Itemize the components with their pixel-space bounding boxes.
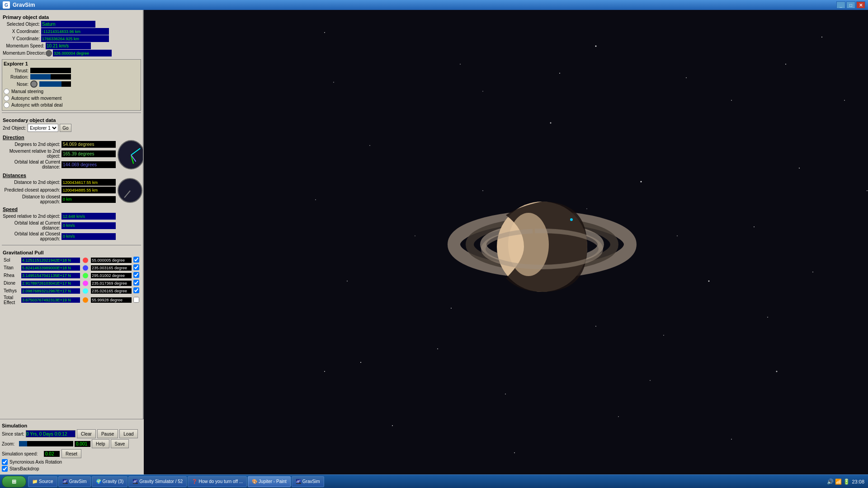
sim-speed-value: 0.02 <box>44 451 60 457</box>
grav-body-check[interactable] <box>132 264 140 272</box>
distance-closest-label: Distance to closest approach: <box>3 194 61 204</box>
tray-icons: 🔊 📶 🔋 <box>827 479 850 485</box>
grav-body-name: Rhea <box>3 272 20 279</box>
grav-body-check[interactable] <box>132 287 140 295</box>
stars-backdrop-checkbox[interactable] <box>2 466 8 472</box>
maximize-button[interactable]: □ <box>846 1 855 9</box>
jupiter-paint-label: Jupiter - Paint <box>259 479 287 484</box>
svg-point-8 <box>799 168 800 169</box>
manual-steering-radio[interactable] <box>4 89 9 94</box>
go-button[interactable]: Go <box>60 124 71 132</box>
svg-point-20 <box>776 371 778 372</box>
svg-point-15 <box>708 281 710 282</box>
direction-section: Direction Degrees to 2nd object: 54.069 … <box>3 133 140 170</box>
start-button[interactable]: ⊞ <box>2 476 26 488</box>
orbital-closest-value: 0 km/s <box>61 233 116 240</box>
gravsim1-label: GravSim <box>69 479 87 484</box>
momentum-direction-row: Momentum Direction: 326.000004 degree <box>3 50 140 56</box>
gravitational-section: Gravitational Pull Sol 4.12511512021942E… <box>2 247 141 306</box>
reset-button[interactable]: Reset <box>61 449 81 458</box>
start-label: ⊞ <box>12 479 16 485</box>
sync-axis-row: Syncronious Axis Rotation <box>2 459 142 465</box>
predicted-closest-value: 1200494885.55 km <box>61 187 116 193</box>
gravity3-label: Gravity (3) <box>103 479 124 484</box>
nose-knob[interactable] <box>30 80 38 88</box>
taskbar-item-source[interactable]: 📁 Source <box>28 476 57 487</box>
clear-button[interactable]: Clear <box>77 429 96 438</box>
manual-steering-row: Manual steering <box>4 89 139 94</box>
distance-2nd-row: Distance to 2nd object: 1200434617.55 km <box>3 179 116 186</box>
svg-point-10 <box>641 181 642 183</box>
grav-table: Sol 4.12511512021942E+18 N 55.000005 deg… <box>3 256 140 305</box>
minimize-button[interactable]: _ <box>836 1 845 9</box>
rotation-label: Rotation: <box>4 75 28 80</box>
thrust-label: Thrust: <box>4 68 28 73</box>
help-button[interactable]: Help <box>92 439 109 448</box>
second-object-row: 2nd Object: Explorer 1 Go <box>3 124 140 132</box>
grav-row: Dione 2.91789726103041E+17 N 235.017369 … <box>3 279 140 287</box>
taskbar-item-how-to[interactable]: ❓ How do you turn off ... <box>188 476 247 487</box>
taskbar-item-gravsim2[interactable]: 🌌 GravSim <box>292 476 324 487</box>
grav-body-check[interactable] <box>132 279 140 287</box>
rotation-bar <box>30 74 71 80</box>
grav-body-degree: 55.000005 degree <box>90 256 132 264</box>
simulation-section: Simulation Since start: Clear Pause Load… <box>0 419 144 474</box>
orbital-ideal-row: Orbital Ideal at Current distance: 144.0… <box>3 160 116 169</box>
grav-body-check[interactable] <box>132 272 140 279</box>
grav-body-degree: 235.017369 degree <box>90 279 132 287</box>
grav-body-name: Titan <box>3 264 20 272</box>
taskbar-items: 📁 Source 🌌 GravSim 🌍 Gravity (3) 🌌 Gravi… <box>28 476 827 487</box>
autosync-orbital-radio[interactable] <box>4 102 9 108</box>
grav-body-check[interactable] <box>132 295 140 305</box>
second-object-select[interactable]: Explorer 1 <box>28 124 58 132</box>
second-object-label: 2nd Object: <box>3 126 26 131</box>
taskbar-item-gravsim1[interactable]: 🌌 GravSim <box>58 476 91 487</box>
secondary-section-title: Secondary object data <box>3 117 140 123</box>
since-start-label: Since start: <box>2 432 24 436</box>
svg-point-37 <box>333 82 334 83</box>
grav-body-dot <box>81 279 90 287</box>
save-button[interactable]: Save <box>111 439 129 448</box>
grav-body-force: 5.82414633989000E+18 N <box>20 264 81 272</box>
taskbar-item-jupiter-paint[interactable]: 🎨 Jupiter - Paint <box>248 476 291 487</box>
saturn-visual <box>447 156 637 328</box>
degrees-value: 54.069 degrees <box>61 141 116 148</box>
direction-values: Direction Degrees to 2nd object: 54.069 … <box>3 133 116 170</box>
rotation-row: Rotation: <box>4 74 139 80</box>
gravity-sim-label: Gravity Simulator / 52 <box>139 479 183 484</box>
stars-backdrop-row: StarsBackdrop <box>2 466 142 472</box>
taskbar-item-gravity-sim[interactable]: 🌌 Gravity Simulator / 52 <box>128 476 187 487</box>
autosync-movement-radio[interactable] <box>4 95 9 101</box>
sim-title: Simulation <box>2 423 142 428</box>
grav-row: Titan 5.82414633989000E+18 N 235.003165 … <box>3 264 140 272</box>
sync-axis-label: Syncronious Axis Rotation <box>9 460 62 465</box>
grav-body-dot <box>81 264 90 272</box>
orbital-closest-row: Orbital Ideal at Closest approach: 0 km/… <box>3 231 140 241</box>
direction-title: Direction <box>3 135 116 140</box>
grav-body-force: 2.91789726103041E+17 N <box>20 279 81 287</box>
taskbar-item-gravity3[interactable]: 🌍 Gravity (3) <box>92 476 128 487</box>
sync-axis-checkbox[interactable] <box>2 459 8 465</box>
grav-body-degree: 55.99928 degree <box>90 295 132 305</box>
nose-bar <box>39 81 71 87</box>
selected-object-value: Saturn <box>41 21 95 28</box>
grav-body-name: Dione <box>3 279 20 287</box>
pause-button[interactable]: Pause <box>97 429 118 438</box>
spacer <box>2 306 141 397</box>
app-icon: G <box>3 1 10 9</box>
svg-point-2 <box>595 46 597 47</box>
grav-body-check[interactable] <box>132 256 140 264</box>
since-start-input[interactable] <box>26 430 75 437</box>
svg-point-3 <box>731 100 732 101</box>
title-bar: G GravSim _ □ ✕ <box>0 0 868 10</box>
gravity3-icon: 🌍 <box>96 479 101 484</box>
gravity-sim-icon: 🌌 <box>132 479 138 484</box>
grav-body-force: 4.12511512021942E+18 N <box>20 256 81 264</box>
close-button[interactable]: ✕ <box>856 1 865 9</box>
window-title: GravSim <box>13 2 836 8</box>
momentum-speed-row: Momentum Speed: 10.21 km/s <box>3 42 140 49</box>
load-button[interactable]: Load <box>119 429 137 438</box>
svg-point-25 <box>482 91 483 92</box>
gravsim2-icon: 🌌 <box>296 479 301 484</box>
svg-point-12 <box>754 226 755 227</box>
